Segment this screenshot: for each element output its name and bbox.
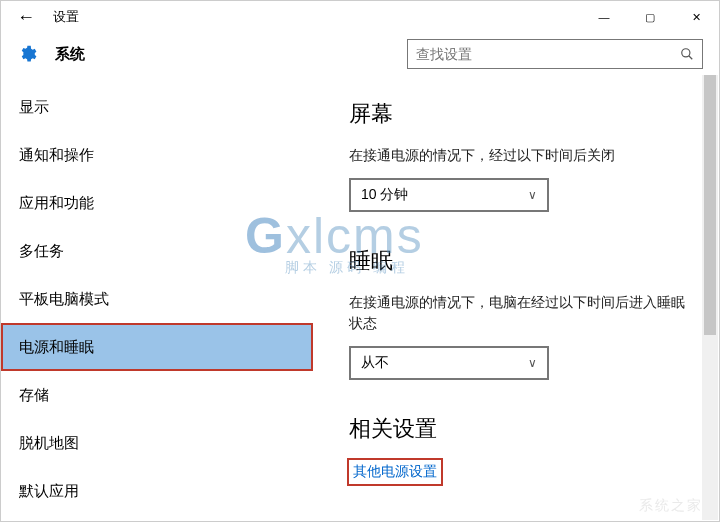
sidebar-item-label: 默认应用: [19, 482, 79, 501]
sidebar-item-5[interactable]: 电源和睡眠: [1, 323, 313, 371]
content: 显示通知和操作应用和功能多任务平板电脑模式电源和睡眠存储脱机地图默认应用 屏幕 …: [1, 75, 719, 521]
header: 系统: [1, 33, 719, 75]
sidebar: 显示通知和操作应用和功能多任务平板电脑模式电源和睡眠存储脱机地图默认应用: [1, 75, 313, 521]
window-title: 设置: [53, 8, 79, 26]
scrollbar-thumb[interactable]: [704, 75, 716, 335]
minimize-button[interactable]: —: [581, 1, 627, 33]
sidebar-item-2[interactable]: 应用和功能: [1, 179, 313, 227]
maximize-button[interactable]: ▢: [627, 1, 673, 33]
screen-timeout-value: 10 分钟: [361, 186, 408, 204]
close-button[interactable]: ✕: [673, 1, 719, 33]
chevron-down-icon: ∨: [528, 356, 537, 370]
category-heading: 系统: [55, 45, 85, 64]
gear-icon: [17, 44, 37, 64]
main-panel: 屏幕 在接通电源的情况下，经过以下时间后关闭 10 分钟 ∨ 睡眠 在接通电源的…: [313, 75, 719, 521]
sleep-section-title: 睡眠: [349, 246, 691, 276]
sidebar-item-label: 通知和操作: [19, 146, 94, 165]
sidebar-item-6[interactable]: 存储: [1, 371, 313, 419]
screen-section-title: 屏幕: [349, 99, 691, 129]
other-power-settings-link[interactable]: 其他电源设置: [349, 460, 441, 484]
screen-timeout-dropdown[interactable]: 10 分钟 ∨: [349, 178, 549, 212]
sidebar-item-3[interactable]: 多任务: [1, 227, 313, 275]
sidebar-item-7[interactable]: 脱机地图: [1, 419, 313, 467]
sidebar-item-1[interactable]: 通知和操作: [1, 131, 313, 179]
search-icon: [680, 47, 694, 61]
vertical-scrollbar[interactable]: [702, 75, 718, 520]
svg-line-1: [689, 56, 693, 60]
sidebar-item-4[interactable]: 平板电脑模式: [1, 275, 313, 323]
back-button[interactable]: ←: [17, 7, 41, 28]
sleep-timeout-value: 从不: [361, 354, 389, 372]
sidebar-item-0[interactable]: 显示: [1, 83, 313, 131]
sidebar-item-label: 显示: [19, 98, 49, 117]
sidebar-item-label: 电源和睡眠: [19, 338, 94, 357]
screen-section-desc: 在接通电源的情况下，经过以下时间后关闭: [349, 145, 691, 166]
sidebar-item-label: 多任务: [19, 242, 64, 261]
chevron-down-icon: ∨: [528, 188, 537, 202]
svg-point-0: [682, 49, 690, 57]
sidebar-item-label: 脱机地图: [19, 434, 79, 453]
search-input[interactable]: [416, 46, 680, 62]
sidebar-item-label: 平板电脑模式: [19, 290, 109, 309]
titlebar: ← 设置 — ▢ ✕: [1, 1, 719, 33]
related-section-title: 相关设置: [349, 414, 691, 444]
sidebar-item-8[interactable]: 默认应用: [1, 467, 313, 515]
sleep-timeout-dropdown[interactable]: 从不 ∨: [349, 346, 549, 380]
sleep-section-desc: 在接通电源的情况下，电脑在经过以下时间后进入睡眠状态: [349, 292, 691, 334]
sidebar-item-label: 应用和功能: [19, 194, 94, 213]
window-controls: — ▢ ✕: [581, 1, 719, 33]
sidebar-item-label: 存储: [19, 386, 49, 405]
search-box[interactable]: [407, 39, 703, 69]
